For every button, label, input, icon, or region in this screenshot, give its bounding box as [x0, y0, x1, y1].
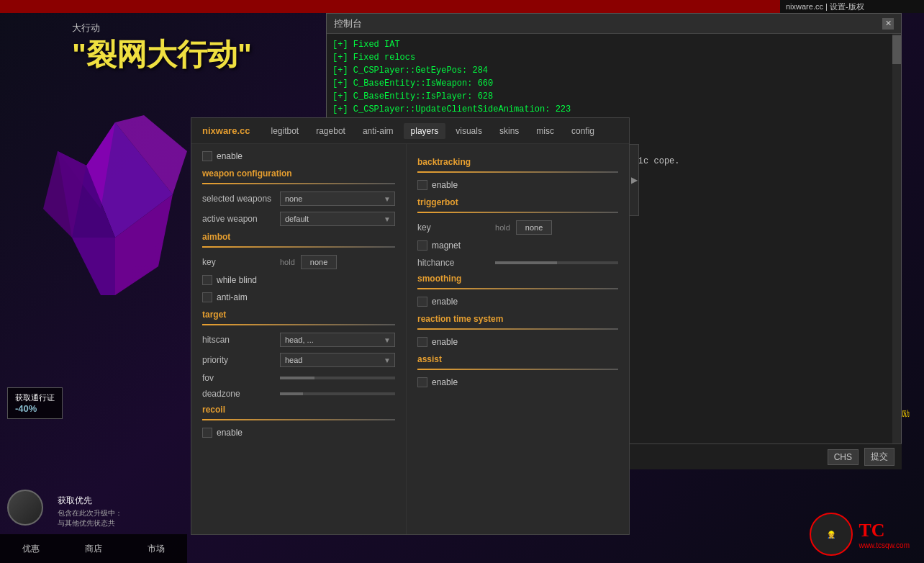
deadzone-label: deadzone [202, 389, 274, 399]
fov-slider-fill [280, 377, 314, 379]
console-line-4: [+] C_BaseEntity::IsWeapon: 660 [332, 77, 895, 90]
priority-row: priority head ▼ [202, 353, 395, 367]
discount-text: -40% [15, 403, 55, 414]
triggerbot-key-button[interactable]: none [516, 220, 552, 235]
nav-skins[interactable]: skins [492, 123, 526, 139]
smoothing-enable-checkbox[interactable] [417, 297, 427, 307]
nav-players[interactable]: players [404, 123, 446, 139]
hitchance-row: hitchance [417, 258, 618, 268]
avatar [7, 490, 43, 526]
nav-misc[interactable]: misc [529, 123, 561, 139]
fov-label: fov [202, 373, 274, 383]
reaction-time-enable-checkbox[interactable] [417, 337, 427, 347]
reaction-time-line [417, 328, 618, 330]
smoothing-line [417, 288, 618, 289]
active-weapon-row: active weapon default ▼ [202, 212, 395, 226]
selected-weapons-label: selected weapons [202, 194, 274, 204]
triggerbot-line [417, 212, 618, 213]
console-close-button[interactable]: ✕ [882, 18, 894, 30]
hitchance-slider-fill [495, 261, 556, 264]
nav-offers[interactable]: 优惠 [0, 537, 63, 561]
smoothing-enable-label: enable [432, 297, 458, 307]
backtracking-enable-label: enable [432, 180, 458, 190]
aimbot-key-button[interactable]: none [301, 255, 337, 269]
assist-enable-row: enable [417, 377, 618, 387]
reaction-time-title: reaction time system [417, 314, 618, 324]
aimbot-key-label: key [202, 257, 274, 267]
nav-visuals[interactable]: visuals [448, 123, 489, 139]
console-line-6: [+] C_CSPlayer::UpdateClientSideAnimatio… [332, 103, 895, 116]
recoil-title: recoil [202, 405, 395, 415]
main-enable-checkbox[interactable] [202, 151, 212, 161]
chinese-main-title: "裂网大行动" [72, 35, 252, 75]
assist-enable-checkbox[interactable] [417, 377, 427, 387]
nav-market[interactable]: 市场 [124, 537, 187, 561]
magnet-label: magnet [432, 240, 461, 251]
top-red-bar [0, 0, 817, 13]
hitscan-select[interactable]: head, ... [280, 333, 395, 347]
console-line-1: [+] Fixed IAT [332, 38, 895, 51]
anti-aim-checkbox[interactable] [202, 292, 212, 302]
assist-line [417, 369, 618, 370]
bottom-info-sub1: 包含在此次升级中： [58, 508, 180, 518]
nav-store[interactable]: 商店 [63, 537, 125, 561]
selected-weapons-row: selected weapons none ▼ [202, 192, 395, 206]
console-scrollbar[interactable] [892, 34, 901, 466]
submit-button[interactable]: 提交 [864, 448, 894, 466]
triggerbot-key-label: key [417, 222, 489, 233]
console-line-3: [+] C_CSPlayer::GetEyePos: 284 [332, 64, 895, 77]
selected-weapons-select[interactable]: none [280, 192, 395, 206]
smoothing-enable-row: enable [417, 297, 618, 307]
recoil-enable-label: enable [217, 428, 243, 438]
chinese-title-area: 大行动 "裂网大行动" [72, 22, 252, 75]
while-blind-checkbox[interactable] [202, 275, 212, 285]
hitscan-row: hitscan head, ... ▼ [202, 333, 395, 347]
top-right-bar: nixware.cc | 设置-版权 [780, 0, 924, 13]
tc-logo-sub: www.tcsqw.com [859, 541, 910, 549]
deadzone-slider[interactable] [280, 392, 395, 395]
assist-title: assist [417, 354, 618, 364]
selected-weapons-select-wrapper: none ▼ [280, 192, 395, 206]
nav-ragebot[interactable]: ragebot [309, 123, 353, 139]
tc-avatar: 👷 [810, 513, 853, 556]
console-line-5: [+] C_BaseEntity::IsPlayer: 628 [332, 90, 895, 103]
recoil-enable-checkbox[interactable] [202, 428, 212, 438]
deadzone-slider-fill [280, 392, 303, 395]
anti-aim-row: anti-aim [202, 292, 395, 302]
priority-select-wrapper: head ▼ [280, 353, 395, 367]
aimbot-key-row: key hold none [202, 255, 395, 269]
active-weapon-select[interactable]: default [280, 212, 395, 226]
backtracking-enable-row: enable [417, 180, 618, 190]
fov-slider[interactable] [280, 377, 395, 379]
magnet-checkbox[interactable] [417, 240, 427, 251]
pass-badge: 获取通行证 -40% [7, 387, 63, 419]
backtracking-enable-checkbox[interactable] [417, 180, 427, 190]
console-scrollbar-thumb [892, 35, 901, 64]
triggerbot-hold-label: hold [495, 223, 510, 232]
cheat-panel: nixware.cc legitbot ragebot anti-aim pla… [191, 117, 630, 535]
weapon-config-title: weapon configuration [202, 168, 395, 179]
left-column: enable weapon configuration selected wea… [191, 144, 407, 534]
panel-scroll-right[interactable]: ▶ [629, 144, 639, 216]
active-weapon-select-wrapper: default ▼ [280, 212, 395, 226]
triggerbot-title: triggerbot [417, 197, 618, 207]
nav-anti-aim[interactable]: anti-aim [355, 123, 401, 139]
priority-select[interactable]: head [280, 353, 395, 367]
reaction-time-enable-label: enable [432, 337, 458, 347]
bottom-info: 获取优先 包含在此次升级中： 与其他优先状态共 [58, 495, 180, 528]
top-right-text: nixware.cc | 设置-版权 [786, 1, 864, 12]
nav-legitbot[interactable]: legitbot [264, 123, 307, 139]
target-title: target [202, 310, 395, 320]
pass-title: 获取通行证 [15, 392, 55, 403]
tc-logo-area: 👷 TC www.tcsqw.com [810, 513, 910, 556]
aimbot-line [202, 246, 395, 248]
main-enable-label: enable [217, 151, 243, 161]
hitchance-label: hitchance [417, 258, 489, 268]
hitchance-slider[interactable] [495, 261, 618, 264]
nav-config[interactable]: config [564, 123, 602, 139]
priority-label: priority [202, 355, 274, 365]
avatar-area [7, 490, 50, 533]
lang-button[interactable]: CHS [828, 449, 859, 465]
fov-row: fov [202, 373, 395, 383]
weapon-config-line [202, 183, 395, 184]
